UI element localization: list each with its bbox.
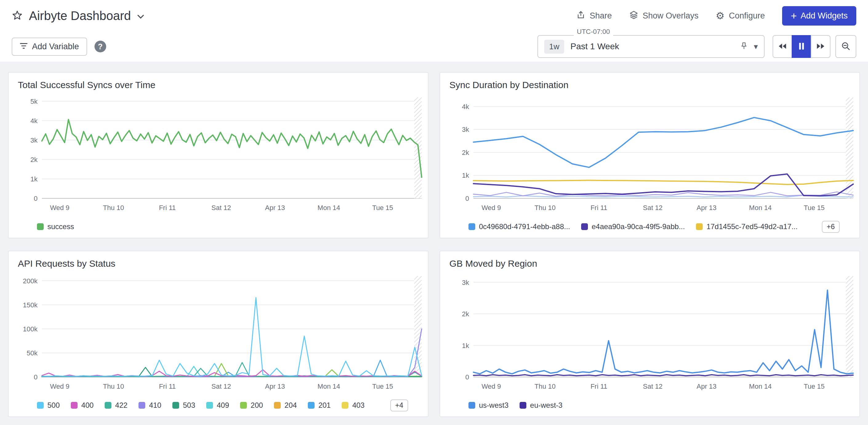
time-range-preset-chip[interactable]: 1w [544,40,564,54]
legend-item[interactable]: e4aea90a-90ca-49f5-9abb... [581,222,685,231]
svg-text:Tue 15: Tue 15 [372,204,393,212]
legend-total-successful-syncs: success [9,216,428,238]
legend-label: e4aea90a-90ca-49f5-9abb... [592,222,685,231]
chevron-down-icon[interactable]: ▾ [754,42,758,52]
title-chevron-down-icon[interactable] [137,12,144,19]
legend-item[interactable]: 403 [342,401,365,409]
time-nav-group [773,35,831,58]
svg-text:Apr 13: Apr 13 [696,383,717,390]
configure-button[interactable]: ⚙ Configure [716,11,765,21]
chart-gb-moved[interactable]: 01k2k3kWed 9Thu 10Fri 11Sat 12Apr 13Mon … [443,271,857,394]
legend-item[interactable]: 201 [308,401,331,409]
legend-item[interactable]: us-west3 [468,401,508,409]
legend-item[interactable]: eu-west-3 [520,401,562,409]
svg-text:1k: 1k [30,175,38,183]
legend-item[interactable]: 409 [206,401,229,409]
legend-overflow-badge[interactable]: +4 [390,399,408,412]
legend-overflow-badge[interactable]: +6 [822,221,840,233]
svg-text:Thu 10: Thu 10 [103,383,124,390]
widget-grid: Total Successful Syncs over Time 01k2k3k… [0,62,868,417]
legend-item[interactable]: 422 [105,401,127,409]
svg-text:Fri 11: Fri 11 [590,383,607,390]
share-button[interactable]: Share [576,10,612,22]
widget-title: Sync Duration by Destination [440,73,859,92]
svg-text:Thu 10: Thu 10 [535,204,556,212]
widget-total-successful-syncs: Total Successful Syncs over Time 01k2k3k… [8,72,429,238]
help-button[interactable]: ? [94,41,106,52]
svg-text:0: 0 [34,195,37,202]
legend-swatch-icon [37,223,44,230]
svg-text:Wed 9: Wed 9 [50,383,69,390]
legend-item[interactable]: 17d1455c-7ed5-49d2-a17... [696,222,798,231]
legend-label: eu-west-3 [530,401,562,409]
show-overlays-button[interactable]: Show Overlays [629,10,699,22]
svg-text:Apr 13: Apr 13 [696,204,717,212]
question-mark-icon: ? [98,42,102,51]
add-widgets-label: Add Widgets [801,11,848,21]
svg-text:0: 0 [465,195,469,202]
legend-swatch-icon [240,402,247,409]
pin-icon[interactable] [740,42,748,51]
zoom-out-icon [841,41,850,52]
pause-button[interactable] [792,35,811,58]
configure-label: Configure [729,11,765,21]
widget-sync-duration: Sync Duration by Destination 01k2k3k4kWe… [439,72,860,238]
svg-text:3k: 3k [462,279,469,286]
page-title: Airbyte Dashboard [29,9,131,23]
header: Airbyte Dashboard Share Show Overlays [0,0,868,31]
legend-sync-duration: 0c49680d-4791-4ebb-a88...e4aea90a-90ca-4… [440,216,859,238]
svg-text:1k: 1k [462,172,469,179]
svg-text:Mon 14: Mon 14 [749,204,772,212]
favorite-star-button[interactable] [12,10,23,22]
legend-item[interactable]: 200 [240,401,263,409]
legend-label: us-west3 [479,401,508,409]
legend-label: 17d1455c-7ed5-49d2-a17... [706,222,798,231]
legend-swatch-icon [173,402,179,409]
legend-item[interactable]: success [37,222,74,231]
legend-item[interactable]: 500 [37,401,60,409]
add-widgets-button[interactable]: + Add Widgets [782,6,856,26]
chart-api-requests[interactable]: 050k100k150k200kWed 9Thu 10Fri 11Sat 12A… [11,271,425,394]
legend-item[interactable]: 0c49680d-4791-4ebb-a88... [468,222,570,231]
legend-label: 201 [318,401,331,409]
legend-label: success [48,222,74,231]
svg-text:Apr 13: Apr 13 [265,383,285,390]
legend-label: 500 [48,401,60,409]
legend-label: 410 [149,401,161,409]
time-range-picker[interactable]: 1w Past 1 Week ▾ [537,35,765,58]
legend-item[interactable]: 400 [71,401,94,409]
legend-swatch-icon [71,402,78,409]
rewind-icon [778,43,787,51]
legend-item[interactable]: 410 [138,401,161,409]
svg-text:Wed 9: Wed 9 [482,204,501,212]
legend-label: 200 [251,401,263,409]
legend-item[interactable]: 503 [173,401,195,409]
svg-text:150k: 150k [23,301,38,309]
legend-swatch-icon [37,402,44,409]
svg-text:Tue 15: Tue 15 [372,383,393,390]
legend-gb-moved: us-west3eu-west-3 [440,394,859,416]
legend-label: 400 [81,401,94,409]
chart-sync-duration[interactable]: 01k2k3k4kWed 9Thu 10Fri 11Sat 12Apr 13Mo… [443,92,857,216]
zoom-out-button[interactable] [835,35,856,58]
legend-api-requests: 500400422410503409200204201403+4 [9,394,428,416]
add-variable-button[interactable]: Add Variable [12,37,87,56]
legend-swatch-icon [581,223,588,230]
svg-text:0: 0 [465,373,469,381]
svg-text:Sat 12: Sat 12 [212,204,231,212]
svg-text:Fri 11: Fri 11 [590,204,607,212]
legend-swatch-icon [696,223,703,230]
svg-text:Mon 14: Mon 14 [749,383,772,390]
legend-swatch-icon [342,402,348,409]
svg-text:4k: 4k [30,117,38,125]
rewind-button[interactable] [773,35,792,58]
legend-item[interactable]: 204 [274,401,297,409]
svg-text:50k: 50k [27,349,38,357]
show-overlays-label: Show Overlays [643,11,699,21]
filter-icon [20,42,28,52]
svg-text:200k: 200k [23,277,38,285]
time-controls: UTC-07:00 1w Past 1 Week ▾ [537,35,856,58]
fast-forward-button[interactable] [811,35,831,58]
chart-total-successful-syncs[interactable]: 01k2k3k4k5kWed 9Thu 10Fri 11Sat 12Apr 13… [11,92,425,216]
widget-title: API Requests by Status [9,251,428,271]
